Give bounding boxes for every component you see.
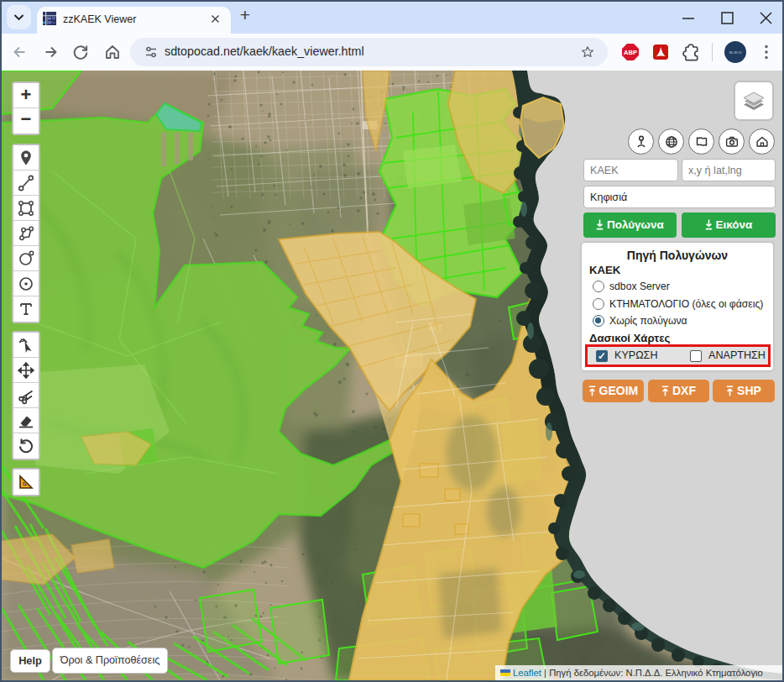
svg-text:ABP: ABP: [624, 49, 637, 56]
svg-text:SD BOX: SD BOX: [729, 50, 741, 55]
